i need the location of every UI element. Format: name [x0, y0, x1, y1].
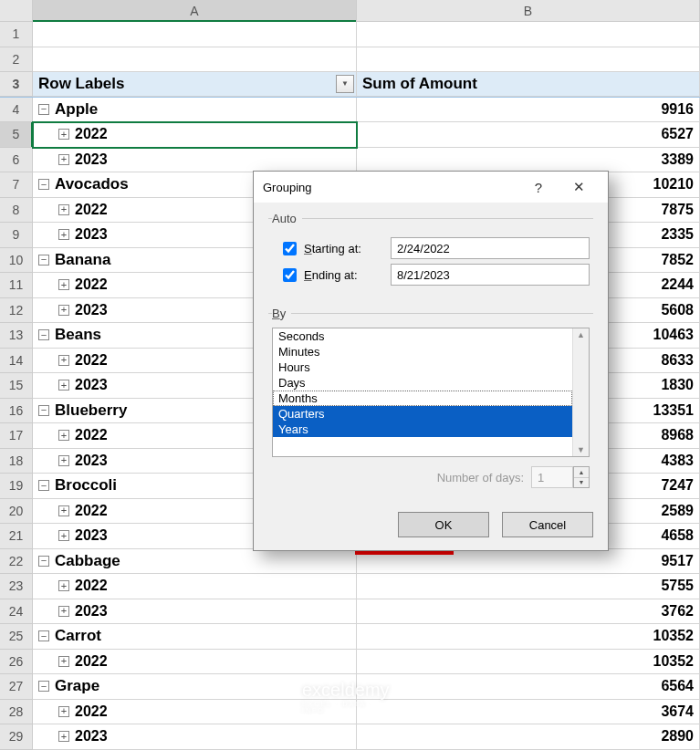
cell-b[interactable]: 10352: [357, 650, 700, 675]
collapse-icon[interactable]: −: [38, 255, 49, 266]
row-header[interactable]: 18: [0, 449, 33, 474]
expand-icon[interactable]: +: [58, 380, 69, 391]
row-header[interactable]: 29: [0, 724, 33, 750]
number-of-days-spinner[interactable]: ▲ ▼: [573, 466, 590, 488]
cell-a[interactable]: −Grape: [33, 674, 357, 700]
column-header-b[interactable]: B: [357, 0, 700, 21]
expand-icon[interactable]: +: [58, 656, 69, 667]
row-header[interactable]: 21: [0, 524, 33, 549]
expand-icon[interactable]: +: [58, 204, 69, 215]
cell-a[interactable]: +2023: [33, 724, 357, 750]
collapse-icon[interactable]: −: [38, 179, 49, 190]
cell-b[interactable]: 9517: [357, 549, 700, 575]
dialog-titlebar[interactable]: Grouping ? ✕: [254, 172, 608, 203]
cell-b[interactable]: 9916: [357, 98, 700, 123]
starting-at-checkbox[interactable]: [283, 242, 297, 255]
row-header[interactable]: 6: [0, 148, 33, 173]
expand-icon[interactable]: +: [58, 305, 69, 316]
collapse-icon[interactable]: −: [38, 405, 49, 416]
ending-at-checkbox[interactable]: [283, 268, 297, 282]
expand-icon[interactable]: +: [58, 455, 69, 466]
ending-at-input[interactable]: [391, 264, 590, 286]
collapse-icon[interactable]: −: [38, 630, 49, 641]
expand-icon[interactable]: +: [58, 154, 69, 165]
list-item-months[interactable]: Months: [273, 391, 572, 406]
cell-a[interactable]: −Cabbage: [33, 549, 357, 575]
list-item-quarters[interactable]: Quarters: [273, 406, 572, 422]
spinner-down-icon[interactable]: ▼: [574, 478, 589, 488]
dialog-help-button[interactable]: ?: [518, 172, 559, 203]
collapse-icon[interactable]: −: [38, 329, 49, 340]
cell-b[interactable]: 3389: [357, 148, 700, 173]
row-header[interactable]: 16: [0, 399, 33, 424]
list-item-hours[interactable]: Hours: [273, 359, 572, 375]
list-item-years[interactable]: Years: [273, 422, 572, 437]
cell-b[interactable]: [357, 22, 700, 47]
row-header[interactable]: 24: [0, 599, 33, 625]
row-header[interactable]: 7: [0, 172, 33, 198]
collapse-icon[interactable]: −: [38, 104, 49, 115]
collapse-icon[interactable]: −: [38, 480, 49, 491]
cell-a[interactable]: +2022: [33, 574, 357, 599]
row-header[interactable]: 14: [0, 349, 33, 374]
row-header[interactable]: 2: [0, 47, 33, 73]
row-header[interactable]: 1: [0, 22, 33, 47]
cell-a[interactable]: +2023: [33, 599, 357, 625]
row-header[interactable]: 25: [0, 624, 33, 650]
row-header[interactable]: 28: [0, 700, 33, 725]
row-header[interactable]: 3: [0, 72, 33, 97]
row-header[interactable]: 11: [0, 273, 33, 298]
expand-icon[interactable]: +: [58, 580, 69, 591]
row-header[interactable]: 23: [0, 574, 33, 599]
filter-dropdown-button[interactable]: ▼: [336, 75, 354, 93]
cell-b[interactable]: Sum of Amount: [357, 72, 700, 97]
ending-at-label[interactable]: Ending at:: [272, 268, 391, 282]
list-item-minutes[interactable]: Minutes: [273, 344, 572, 359]
row-header[interactable]: 20: [0, 499, 33, 525]
row-header[interactable]: 4: [0, 98, 33, 123]
row-header[interactable]: 17: [0, 423, 33, 449]
cell-b[interactable]: 6564: [357, 674, 700, 700]
column-header-a[interactable]: A: [33, 0, 357, 21]
cell-a[interactable]: +2022: [33, 650, 357, 675]
cell-b[interactable]: [357, 47, 700, 73]
cell-a[interactable]: −Carrot: [33, 624, 357, 650]
row-header[interactable]: 10: [0, 248, 33, 274]
cell-b[interactable]: 3762: [357, 599, 700, 625]
cell-a[interactable]: −Apple: [33, 98, 357, 123]
expand-icon[interactable]: +: [58, 355, 69, 366]
row-header[interactable]: 26: [0, 650, 33, 675]
expand-icon[interactable]: +: [58, 279, 69, 290]
row-header[interactable]: 12: [0, 298, 33, 324]
expand-icon[interactable]: +: [58, 129, 69, 140]
row-header[interactable]: 19: [0, 474, 33, 499]
cell-b[interactable]: 5755: [357, 574, 700, 599]
row-header[interactable]: 13: [0, 323, 33, 349]
expand-icon[interactable]: +: [58, 530, 69, 541]
row-header[interactable]: 8: [0, 198, 33, 224]
cell-b[interactable]: 3674: [357, 700, 700, 725]
expand-icon[interactable]: +: [58, 706, 69, 717]
scroll-down-icon[interactable]: ▼: [577, 445, 585, 454]
row-header[interactable]: 9: [0, 223, 33, 248]
cell-b[interactable]: 10352: [357, 624, 700, 650]
select-all-corner[interactable]: [0, 0, 33, 21]
collapse-icon[interactable]: −: [38, 681, 49, 692]
cell-a[interactable]: [33, 22, 357, 47]
expand-icon[interactable]: +: [58, 731, 69, 742]
cell-a[interactable]: +2022: [33, 122, 357, 148]
scroll-up-icon[interactable]: ▲: [577, 330, 585, 339]
dialog-close-button[interactable]: ✕: [559, 172, 599, 203]
row-header[interactable]: 27: [0, 674, 33, 700]
collapse-icon[interactable]: −: [38, 556, 49, 567]
cell-b[interactable]: 6527: [357, 122, 700, 148]
cell-a[interactable]: Row Labels▼: [33, 72, 357, 97]
row-header[interactable]: 5: [0, 122, 33, 148]
starting-at-input[interactable]: [391, 237, 590, 259]
row-header[interactable]: 15: [0, 373, 33, 399]
ok-button[interactable]: OK: [398, 512, 489, 537]
row-header[interactable]: 22: [0, 549, 33, 575]
expand-icon[interactable]: +: [58, 505, 69, 516]
expand-icon[interactable]: +: [58, 606, 69, 617]
expand-icon[interactable]: +: [58, 229, 69, 240]
